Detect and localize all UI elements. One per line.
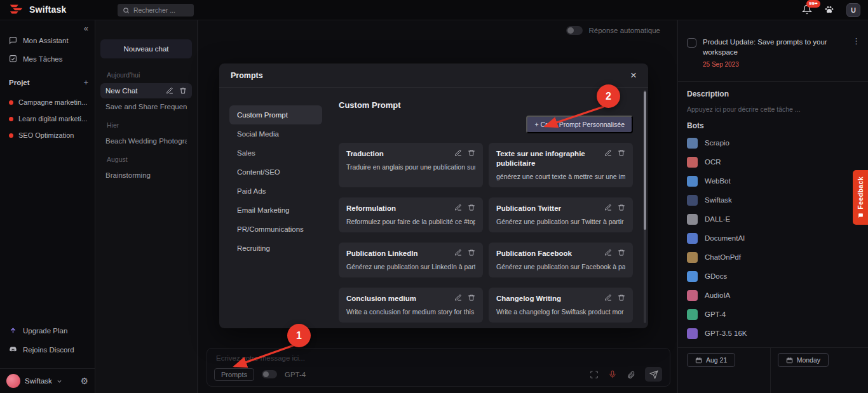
join-discord-button[interactable]: Rejoins Discord xyxy=(9,345,74,354)
prompt-card-description: Traduire en anglais pour une publication… xyxy=(346,163,475,171)
bot-item[interactable]: Scrapio xyxy=(687,133,862,152)
edit-prompt-icon[interactable] xyxy=(454,204,462,211)
collapse-sidebar-icon[interactable]: « xyxy=(84,23,88,33)
prompt-card[interactable]: Publication FacebookGénérez une publicat… xyxy=(489,243,633,277)
bot-name: WebBot xyxy=(705,177,731,185)
bot-item[interactable]: DALL-E xyxy=(687,210,862,229)
prompt-card[interactable]: Publication LinkedInGénérez une publicat… xyxy=(339,243,483,277)
chat-item-label: Beach Wedding Photograpl xyxy=(105,137,187,145)
delete-prompt-icon[interactable] xyxy=(618,249,625,256)
prompt-category-social-media[interactable]: Social Media xyxy=(229,124,322,143)
tasks-icon xyxy=(9,55,17,63)
bot-item[interactable]: GPT-4 xyxy=(687,305,862,324)
modal-scrollbar-thumb[interactable] xyxy=(644,91,646,230)
edit-prompt-icon[interactable] xyxy=(454,149,462,157)
prompt-category-email-marketing[interactable]: Email Marketing xyxy=(229,201,322,220)
topbar-actions: 99+ U xyxy=(802,0,860,20)
notification-badge: 99+ xyxy=(806,0,820,8)
prompt-category-paid-ads[interactable]: Paid Ads xyxy=(229,182,322,201)
upgrade-plan-button[interactable]: Upgrade Plan xyxy=(9,326,67,335)
edit-prompt-icon[interactable] xyxy=(454,294,462,302)
bot-avatar-icon xyxy=(687,252,698,263)
user-avatar[interactable]: U xyxy=(846,3,860,17)
brand[interactable]: Swiftask xyxy=(9,3,66,15)
delete-prompt-icon[interactable] xyxy=(468,294,475,302)
sidebar-project-item[interactable]: Learn digital marketi... xyxy=(0,110,95,127)
bot-item[interactable]: GPT-3.5 16K xyxy=(687,324,862,343)
edit-prompt-icon[interactable] xyxy=(604,149,612,157)
task-info: Product Update: Save prompts to your wor… xyxy=(703,37,846,68)
bot-item[interactable]: GDocs xyxy=(687,267,862,286)
chat-history-item[interactable]: Save and Share Frequently xyxy=(100,99,192,114)
edit-prompt-icon[interactable] xyxy=(604,249,612,256)
prompt-card[interactable]: Changelog WritingWrite a changelog for S… xyxy=(489,288,633,323)
prompt-card[interactable]: Publication TwitterGénérez une publicati… xyxy=(489,197,633,232)
delete-prompt-icon[interactable] xyxy=(468,204,475,211)
edit-chat-icon[interactable] xyxy=(166,87,173,95)
project-bullet-icon xyxy=(9,133,13,138)
more-options-icon[interactable]: ⋮ xyxy=(852,37,860,68)
add-project-icon[interactable]: + xyxy=(83,77,88,87)
date-button-start[interactable]: Aug 21 xyxy=(687,353,735,367)
bot-item[interactable]: ChatOnPdf xyxy=(687,248,862,267)
prompt-category-sales[interactable]: Sales xyxy=(229,143,322,163)
chevron-down-icon[interactable] xyxy=(57,378,62,384)
bot-item[interactable]: DocumentAI xyxy=(687,229,862,248)
close-icon[interactable]: × xyxy=(630,70,637,81)
prompt-card-description: Générez une publication sur LinkedIn à p… xyxy=(346,263,475,270)
bot-item[interactable]: WebBot xyxy=(687,171,862,190)
sidebar-project-item[interactable]: Campagne marketin... xyxy=(0,94,95,110)
prompt-category-pr-communications[interactable]: PR/Communications xyxy=(229,220,322,239)
prompt-card-description: Reformulez pour faire de la publicité ce… xyxy=(346,218,475,225)
divider xyxy=(678,81,868,82)
sidebar-item-tasks[interactable]: Mes Tâches xyxy=(9,55,62,63)
search-input[interactable]: Rechercher ... xyxy=(118,4,194,17)
account-avatar[interactable] xyxy=(6,374,20,388)
sidebar-project-item[interactable]: SEO Optimization xyxy=(0,127,95,143)
bot-avatar-icon xyxy=(687,328,698,339)
project-label: Campagne marketin... xyxy=(18,98,87,106)
sidebar-item-assistant[interactable]: Mon Assistant xyxy=(9,36,69,44)
delete-prompt-icon[interactable] xyxy=(468,149,475,157)
task-checkbox[interactable] xyxy=(687,38,696,48)
edit-prompt-icon[interactable] xyxy=(604,204,612,211)
prompt-card[interactable]: Conclusion mediumWrite a conclusion for … xyxy=(339,288,483,323)
chat-history-item[interactable]: Brainstorming xyxy=(100,168,192,183)
notifications-button[interactable]: 99+ xyxy=(802,4,813,16)
chat-history-item[interactable]: New Chat xyxy=(100,83,192,98)
prompt-card[interactable]: ReformulationReformulez pour faire de la… xyxy=(339,197,483,232)
chat-history-item[interactable]: Beach Wedding Photograpl xyxy=(100,133,192,149)
task-card[interactable]: Product Update: Save prompts to your wor… xyxy=(687,37,860,68)
delete-prompt-icon[interactable] xyxy=(618,149,625,157)
prompt-card[interactable]: TraductionTraduire en anglais pour une p… xyxy=(339,143,483,187)
edit-prompt-icon[interactable] xyxy=(454,249,462,256)
prompt-category-custom-prompt[interactable]: Custom Prompt xyxy=(229,105,322,124)
bot-item[interactable]: Swiftask xyxy=(687,190,862,210)
prompt-category-recruiting[interactable]: Recruiting xyxy=(229,239,322,258)
annotation-step-2: 2 xyxy=(597,84,620,108)
prompt-card-title: Publication Facebook xyxy=(496,249,599,258)
delete-prompt-icon[interactable] xyxy=(618,204,625,211)
feedback-tab[interactable]: Feedback xyxy=(853,170,868,225)
create-custom-prompt-button[interactable]: + Créer Prompt Personnalisée xyxy=(526,116,633,133)
modal-body: Custom PromptSocial MediaSalesContent/SE… xyxy=(219,88,648,328)
bot-avatar-icon xyxy=(687,233,698,244)
prompt-card-actions xyxy=(454,149,475,157)
chat-section-label: Aujourd'hui xyxy=(95,65,197,83)
task-panel: Product Update: Save prompts to your wor… xyxy=(677,20,868,393)
prompt-category-content-seo[interactable]: Content/SEO xyxy=(229,163,322,182)
bot-item[interactable]: OCR xyxy=(687,152,862,171)
new-chat-button[interactable]: Nouveau chat xyxy=(100,39,192,58)
edit-prompt-icon[interactable] xyxy=(604,294,612,302)
prompt-card-actions xyxy=(454,249,475,256)
description-placeholder[interactable]: Appuyez ici pour décrire cette tâche ... xyxy=(687,105,801,113)
bots-list: ScrapioOCRWebBotSwiftaskDALL-EDocumentAI… xyxy=(687,133,862,343)
bot-item[interactable]: AudioIA xyxy=(687,286,862,305)
delete-prompt-icon[interactable] xyxy=(468,249,475,256)
pets-icon[interactable] xyxy=(824,4,836,16)
prompt-card[interactable]: Texte sur une infographie publicitairegé… xyxy=(489,143,633,187)
delete-chat-icon[interactable] xyxy=(179,87,187,95)
date-button-due[interactable]: Monday xyxy=(778,353,829,367)
delete-prompt-icon[interactable] xyxy=(618,294,625,302)
settings-gear-icon[interactable]: ⚙ xyxy=(80,376,88,385)
